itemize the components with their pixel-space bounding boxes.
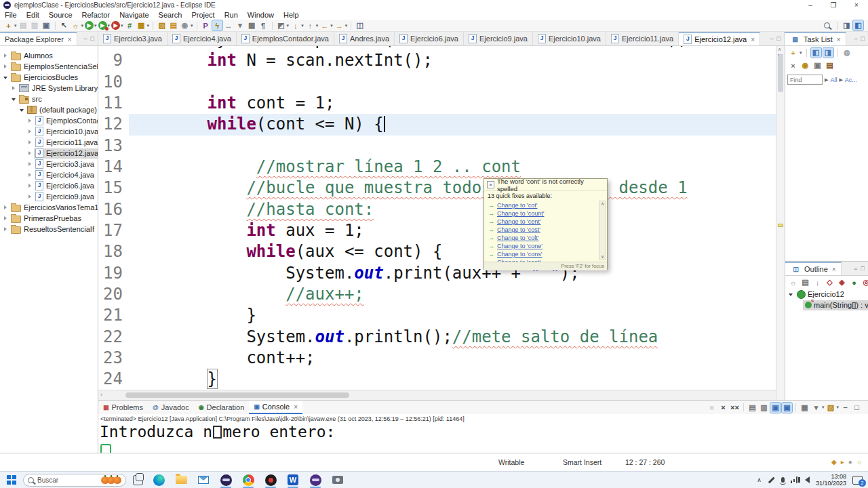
new-button[interactable]: +	[3, 20, 14, 30]
close-icon[interactable]: ×	[832, 266, 836, 273]
clear-console-button[interactable]: ▤	[747, 403, 757, 413]
chevron-down-icon[interactable]	[788, 291, 794, 298]
sun-icon[interactable]: ☼	[856, 458, 863, 466]
editor-tab-ejercicio4-java[interactable]: JEjercicio4.java	[167, 32, 237, 45]
menu-help[interactable]: Help	[279, 10, 304, 20]
sync-tasks-button[interactable]: ◍	[842, 47, 852, 58]
show-on-output-button[interactable]: ▣	[770, 403, 781, 413]
editor-tab-ejercicio11-java[interactable]: JEjercicio11.java	[606, 32, 679, 45]
dropdown-arrow-icon[interactable]: ▾	[822, 405, 825, 410]
menu-run[interactable]: Run	[220, 10, 243, 20]
collapse-all-button[interactable]: ▾	[235, 20, 245, 30]
select-pointer-button[interactable]: ↖	[59, 20, 69, 30]
quick-fix-item[interactable]: →Change to 'count'	[488, 209, 597, 218]
quick-fix-item[interactable]: →Change to 'cant'	[488, 258, 597, 262]
chevron-right-icon[interactable]	[27, 129, 33, 135]
quick-fix-label[interactable]: Change to 'cons'	[497, 251, 542, 258]
quick-fix-label[interactable]: Change to 'cot'	[497, 202, 537, 209]
find-tasks-button[interactable]: ◉	[800, 60, 810, 70]
filter-activate-link[interactable]: Ac...	[845, 77, 857, 83]
link-with-editor-button[interactable]: ↔	[224, 20, 234, 30]
editor-tab-ejercicio10-java[interactable]: JEjercicio10.java	[533, 32, 606, 45]
dropdown-arrow-icon[interactable]: ▾	[316, 23, 319, 28]
code-line-24[interactable]: 24}	[98, 369, 776, 390]
dropdown-arrow-icon[interactable]: ▾	[301, 23, 304, 28]
editor-tab-ejercicio6-java[interactable]: JEjercicio6.java	[395, 32, 464, 45]
dropdown-arrow-icon[interactable]: ▾	[287, 23, 290, 28]
tab-outline[interactable]: ◫ Outline ×	[785, 262, 842, 275]
editor-tab-ejercicio3-java[interactable]: JEjercicio3.java	[98, 32, 167, 45]
menu-project[interactable]: Project	[186, 10, 219, 20]
taskbar-app-word[interactable]: W	[284, 472, 302, 488]
tree-item-ejerciciosbucles[interactable]: EjerciciosBucles	[0, 72, 98, 83]
search-button[interactable]	[820, 20, 834, 30]
dropdown-arrow-icon[interactable]: ▾	[836, 405, 839, 410]
maximize-view-button[interactable]: □	[852, 403, 862, 413]
hidden-icons-chevron[interactable]: ∧	[757, 476, 762, 483]
outline-item-ejercicio12[interactable]: Ejercicio12	[785, 289, 868, 300]
chevron-right-icon[interactable]	[27, 194, 33, 200]
scroll-left-icon[interactable]: ‹	[100, 391, 102, 398]
show-on-error-button[interactable]: ▣	[782, 403, 792, 413]
taskbar-app-mail[interactable]	[195, 472, 212, 488]
open-type-button[interactable]: ▨	[157, 20, 167, 30]
menu-file[interactable]: File	[0, 10, 22, 20]
taskbar-app-explorer[interactable]	[172, 472, 190, 488]
quick-fix-item[interactable]: →Change to 'cent'	[488, 218, 597, 226]
notification-center-button[interactable]: 2	[852, 476, 863, 485]
chevron-right-icon[interactable]	[3, 226, 9, 232]
editor-tab-ejercicio12-java[interactable]: JEjercicio12.java×	[679, 32, 760, 45]
restore-button[interactable]: ❐	[822, 0, 845, 10]
editor-tab-ejemploscontador-java[interactable]: JEjemplosContador.java	[237, 32, 334, 45]
code-line-16[interactable]: 16//hasta cont:	[98, 199, 776, 220]
tree-item-src[interactable]: src	[0, 94, 98, 104]
run-button[interactable]: ▶	[85, 21, 94, 30]
chevron-right-icon[interactable]	[27, 172, 33, 178]
close-icon[interactable]: ×	[837, 36, 841, 43]
close-icon[interactable]: ×	[68, 36, 72, 43]
code-line-10[interactable]: 10	[98, 72, 776, 93]
chevron-right-icon[interactable]	[27, 118, 33, 124]
chevron-right-icon[interactable]	[3, 64, 9, 70]
scroll-up-icon[interactable]: ∧	[778, 47, 781, 52]
tab-package-explorer[interactable]: Package Explorer ×	[0, 32, 77, 45]
code-viewport[interactable]: 8System.out.println("Introduzca número e…	[98, 46, 776, 390]
horizontal-scrollbar-thumb[interactable]	[125, 392, 349, 398]
horizontal-scrollbar[interactable]: ‹	[98, 390, 776, 400]
taskbar-app-eclipse[interactable]	[217, 472, 235, 488]
menu-source[interactable]: Source	[44, 10, 77, 20]
dropdown-arrow-icon[interactable]: ▾	[800, 50, 802, 56]
console-tab-problems[interactable]: ▦Problems	[98, 401, 148, 414]
menu-refactor[interactable]: Refactor	[77, 10, 115, 20]
coverage-button[interactable]: ▶	[98, 21, 107, 30]
tree-item-ejercicio4-java[interactable]: JEjercicio4.java	[0, 169, 98, 180]
quick-fix-item[interactable]: →Change to 'cot'	[488, 201, 597, 209]
menu-edit[interactable]: Edit	[22, 10, 44, 20]
quick-fix-item[interactable]: →Change to 'cost'	[488, 226, 597, 234]
dropdown-arrow-icon[interactable]: ▾	[81, 23, 84, 28]
minimize-view-icon[interactable]: –	[854, 35, 858, 42]
start-button[interactable]	[7, 475, 16, 485]
menu-window[interactable]: Window	[243, 10, 279, 20]
taskbar-app-camera[interactable]	[329, 472, 347, 488]
delete-task-button[interactable]: ×	[788, 60, 798, 70]
close-icon[interactable]: ×	[751, 36, 755, 43]
hide-local-types-button[interactable]: ◎	[861, 277, 868, 287]
taskbar-app-media[interactable]	[262, 472, 279, 488]
external-tools-button[interactable]: ☼	[71, 20, 81, 30]
code-line-13[interactable]: 13	[98, 136, 776, 157]
chevron-right-icon[interactable]	[3, 205, 9, 211]
back-history-button[interactable]: ←	[319, 20, 330, 30]
quick-fix-label[interactable]: Change to 'cone'	[497, 243, 542, 249]
close-button[interactable]: ×	[845, 0, 868, 10]
taskbar-app-chrome[interactable]	[239, 472, 257, 488]
vertical-scrollbar[interactable]: ∧	[776, 46, 785, 400]
previous-annotation-button[interactable]: ↑	[305, 20, 315, 30]
quick-fix-item[interactable]: →Change to 'cone'	[488, 242, 597, 250]
console-tab-console[interactable]: ▣Console×	[249, 401, 302, 414]
popup-scrollbar[interactable]: ∧ ∨	[599, 201, 606, 260]
outline-item-main-string-void[interactable]: main(String[]) : void	[785, 300, 868, 310]
taskbar-app-eclipse2[interactable]	[307, 472, 324, 488]
close-icon[interactable]: ×	[294, 403, 298, 411]
chevron-right-icon[interactable]	[3, 53, 9, 59]
